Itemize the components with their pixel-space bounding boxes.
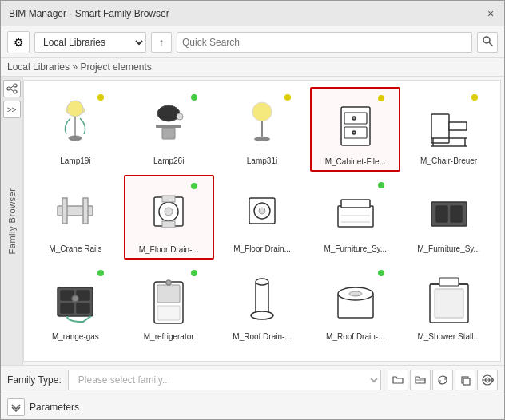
up-button[interactable]: ↑ (151, 32, 172, 53)
svg-point-52 (72, 295, 78, 302)
svg-point-59 (256, 279, 268, 285)
status-dot (378, 270, 384, 276)
svg-point-56 (166, 280, 171, 285)
side-panel-label: Family Browser (7, 188, 17, 254)
gear-icon: ⚙ (14, 36, 24, 49)
item-label: M_Chair-Breuer (420, 157, 477, 166)
item-icon (230, 267, 294, 331)
svg-rect-68 (463, 378, 470, 385)
main-window: BIM Manager - Smart Family Browser × ⚙ L… (0, 0, 505, 420)
svg-point-10 (69, 136, 82, 141)
list-item[interactable]: M_range-gas (30, 263, 121, 346)
svg-rect-57 (256, 282, 268, 315)
svg-line-1 (489, 42, 492, 46)
svg-rect-35 (162, 196, 175, 202)
svg-point-21 (352, 117, 356, 120)
search-icon (482, 35, 493, 49)
svg-point-15 (252, 102, 272, 121)
item-icon (137, 267, 201, 331)
params-expand-button[interactable] (7, 398, 25, 416)
item-grid-container[interactable]: Lamp19i Lamp26i (23, 80, 501, 362)
svg-rect-24 (449, 122, 467, 130)
item-label: Lamp26i (153, 157, 184, 166)
item-label: M_Furniture_Sy... (417, 244, 480, 254)
list-item[interactable]: M_Floor Drain-... (124, 175, 214, 260)
svg-point-62 (349, 291, 362, 296)
up-icon: ↑ (159, 36, 165, 48)
list-item[interactable]: M_Shower Stall... (404, 263, 494, 346)
status-dot (471, 94, 478, 101)
svg-rect-41 (341, 200, 370, 208)
folder-button[interactable] (388, 370, 408, 390)
item-icon (137, 180, 201, 244)
item-icon (324, 179, 388, 243)
family-type-dropdown[interactable]: Please select family... (68, 370, 381, 390)
parameters-bar: Parameters (1, 394, 504, 419)
list-item[interactable]: M_refrigerator (124, 263, 214, 346)
svg-rect-50 (61, 303, 74, 313)
list-item[interactable]: M_Furniture_Sy... (310, 175, 400, 260)
item-label: M_range-gas (52, 332, 99, 342)
expand-icon: >> (7, 105, 17, 114)
list-item[interactable]: M_Cabinet-File... (310, 87, 400, 172)
svg-rect-66 (439, 278, 459, 286)
svg-point-8 (67, 101, 83, 117)
family-type-label: Family Type: (7, 374, 62, 386)
toolbar: ⚙ Local Libraries Project Elements Favor… (1, 26, 504, 58)
item-icon (324, 267, 388, 331)
search-button[interactable] (477, 32, 498, 53)
content-area: >> Family Browser (1, 77, 504, 365)
svg-rect-30 (62, 198, 67, 224)
svg-rect-40 (338, 206, 373, 227)
status-dot (378, 182, 384, 188)
svg-point-13 (157, 105, 180, 121)
share-button[interactable] (3, 80, 21, 97)
item-label: M_Shower Stall... (417, 332, 479, 342)
svg-point-39 (259, 208, 265, 214)
svg-point-17 (254, 137, 270, 141)
settings-button[interactable]: ⚙ (7, 31, 30, 53)
list-item[interactable]: M_Crane Rails (30, 175, 121, 260)
list-item[interactable]: M_Chair-Breuer (404, 87, 494, 172)
side-panel: >> Family Browser (1, 77, 23, 365)
svg-point-4 (14, 90, 17, 93)
svg-point-58 (251, 311, 273, 319)
item-label: Lamp19i (60, 157, 90, 166)
list-item[interactable]: Lamp19i (30, 87, 121, 172)
svg-line-6 (10, 89, 14, 91)
list-item[interactable]: M_Floor Drain... (217, 175, 308, 260)
library-dropdown[interactable]: Local Libraries Project Elements Favorit… (34, 32, 146, 53)
item-icon (43, 91, 107, 155)
item-icon (43, 179, 107, 243)
status-dot (378, 95, 384, 101)
list-item[interactable]: Lamp26i (124, 87, 214, 172)
item-label: Lamp31i (247, 157, 277, 166)
svg-line-5 (10, 86, 14, 88)
svg-point-3 (7, 87, 10, 90)
item-label: M_refrigerator (144, 332, 194, 342)
item-icon (324, 92, 388, 156)
item-icon (417, 91, 481, 155)
copy-button[interactable] (455, 370, 475, 390)
close-button[interactable]: × (485, 8, 496, 19)
parameters-label: Parameters (30, 402, 79, 413)
item-label: M_Furniture_Sy... (324, 244, 387, 254)
list-item[interactable]: M_Roof Drain-... (217, 263, 308, 346)
refresh-button[interactable] (432, 370, 453, 390)
search-input[interactable] (177, 32, 472, 53)
folder-open-button[interactable] (410, 370, 431, 390)
list-item[interactable]: M_Roof Drain-... (310, 263, 400, 346)
item-icon (417, 179, 481, 243)
list-item[interactable]: M_Furniture_Sy... (404, 175, 494, 260)
place-button[interactable] (477, 370, 498, 390)
family-type-bar: Family Type: Please select family... (1, 365, 504, 394)
action-icons (388, 370, 498, 390)
expand-button[interactable]: >> (3, 101, 21, 118)
item-icon (417, 267, 481, 331)
list-item[interactable]: Lamp31i (217, 87, 308, 172)
svg-rect-51 (77, 303, 89, 313)
svg-point-2 (14, 84, 17, 87)
svg-rect-45 (436, 206, 447, 222)
svg-rect-54 (157, 285, 180, 303)
svg-rect-55 (157, 306, 180, 320)
